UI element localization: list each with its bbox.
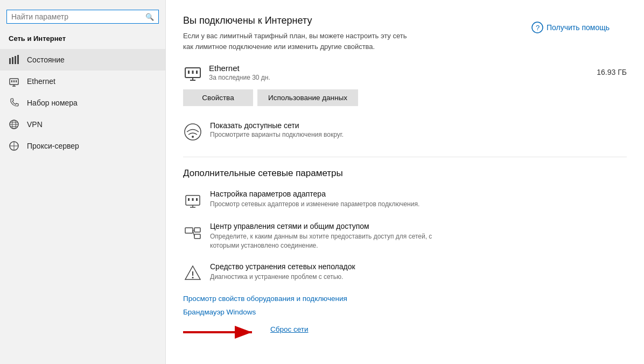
help-icon: ? xyxy=(531,22,543,33)
svg-rect-34 xyxy=(185,228,193,233)
main-content: ? Получить помощь Вы подключены к Интерн… xyxy=(166,0,644,364)
adapter-settings-title: Настройка параметров адаптера xyxy=(210,190,419,198)
ethernet-size: 16.93 ГБ xyxy=(597,68,627,76)
svg-point-27 xyxy=(192,136,194,138)
firewall-link[interactable]: Брандмауэр Windows xyxy=(183,308,627,316)
svg-rect-9 xyxy=(16,80,17,82)
sidebar-item-vpn[interactable]: VPN xyxy=(0,114,165,135)
network-center-item[interactable]: Центр управления сетями и общим доступом… xyxy=(183,222,627,250)
svg-rect-36 xyxy=(194,234,200,239)
status-icon xyxy=(9,54,19,65)
show-networks-text: Показать доступные сети Просмотрите вари… xyxy=(210,121,344,138)
svg-rect-25 xyxy=(196,71,198,74)
troubleshooter-text: Средство устранения сетевых неполадок Ди… xyxy=(210,262,355,282)
ethernet-card: Ethernet За последние 30 дн. 16.93 ГБ xyxy=(183,62,627,82)
svg-rect-32 xyxy=(192,198,194,201)
svg-rect-33 xyxy=(196,198,198,201)
show-networks[interactable]: Показать доступные сети Просмотрите вари… xyxy=(183,121,627,142)
sidebar-label-vpn: VPN xyxy=(27,120,43,129)
connected-desc: Если у вас лимитный тарифный план, вы мо… xyxy=(183,31,409,52)
sidebar-item-ethernet[interactable]: Ethernet xyxy=(0,71,165,92)
svg-rect-31 xyxy=(188,198,190,201)
show-networks-desc: Просмотрите варианты подключения вокруг. xyxy=(210,131,344,138)
adapter-settings-item[interactable]: Настройка параметров адаптера Просмотр с… xyxy=(183,190,627,210)
troubleshooter-title: Средство устранения сетевых неполадок xyxy=(210,262,355,271)
troubleshooter-desc: Диагностика и устранение проблем с сетью… xyxy=(210,272,355,282)
sidebar-title: Сеть и Интернет xyxy=(0,32,165,49)
ethernet-name: Ethernet xyxy=(209,64,590,73)
troubleshooter-item[interactable]: Средство устранения сетевых неполадок Ди… xyxy=(183,262,627,283)
svg-rect-24 xyxy=(192,71,194,74)
sidebar: 🔍 Сеть и Интернет Состояние Ethernet xyxy=(0,0,166,364)
svg-rect-3 xyxy=(17,55,19,64)
ethernet-card-icon xyxy=(183,62,202,82)
ethernet-nav-icon xyxy=(9,76,19,87)
ethernet-info: Ethernet За последние 30 дн. xyxy=(209,64,590,81)
help-link[interactable]: ? Получить помощь xyxy=(531,22,610,33)
search-input[interactable] xyxy=(11,12,145,21)
svg-rect-7 xyxy=(11,80,12,82)
network-center-icon xyxy=(183,223,202,242)
network-center-title: Центр управления сетями и общим доступом xyxy=(210,222,436,230)
network-center-desc: Определите, к каким данным вы хотите пре… xyxy=(210,232,436,250)
data-usage-button[interactable]: Использование данных xyxy=(257,89,358,106)
help-label: Получить помощь xyxy=(547,23,610,32)
svg-rect-23 xyxy=(188,71,190,74)
arrow-annotation xyxy=(183,321,258,343)
properties-button[interactable]: Свойства xyxy=(183,89,253,106)
sidebar-label-status: Состояние xyxy=(27,55,65,64)
svg-rect-8 xyxy=(13,80,15,82)
sidebar-item-dialup[interactable]: Набор номера xyxy=(0,92,165,114)
sidebar-label-proxy: Прокси-сервер xyxy=(27,142,79,150)
search-button[interactable]: 🔍 xyxy=(145,13,154,21)
btn-row: Свойства Использование данных xyxy=(183,89,627,106)
search-box[interactable]: 🔍 xyxy=(6,10,159,24)
hardware-link[interactable]: Просмотр свойств оборудования и подключе… xyxy=(183,295,627,303)
svg-rect-2 xyxy=(15,56,16,64)
adapter-settings-desc: Просмотр сетевых адаптеров и изменение п… xyxy=(210,200,419,209)
show-networks-icon xyxy=(183,122,202,142)
troubleshooter-icon xyxy=(183,263,202,283)
svg-rect-0 xyxy=(9,58,11,64)
divider xyxy=(183,157,627,157)
svg-point-41 xyxy=(192,277,194,278)
main-inner: ? Получить помощь Вы подключены к Интерн… xyxy=(183,13,627,343)
show-networks-title: Показать доступные сети xyxy=(210,121,344,130)
sidebar-label-dialup: Набор номера xyxy=(27,99,78,107)
reset-link[interactable]: Сброс сети xyxy=(270,325,309,333)
sidebar-label-ethernet: Ethernet xyxy=(27,77,55,86)
svg-rect-35 xyxy=(194,228,200,232)
proxy-icon xyxy=(9,141,19,151)
vpn-icon xyxy=(9,119,19,130)
sidebar-item-status[interactable]: Состояние xyxy=(0,49,165,71)
ethernet-sub: За последние 30 дн. xyxy=(209,74,590,81)
adapter-settings-text: Настройка параметров адаптера Просмотр с… xyxy=(210,190,419,209)
svg-rect-1 xyxy=(12,57,13,64)
sidebar-item-proxy[interactable]: Прокси-сервер xyxy=(0,135,165,157)
network-center-text: Центр управления сетями и общим доступом… xyxy=(210,222,436,250)
adapter-icon xyxy=(183,191,202,210)
reset-row: Сброс сети xyxy=(183,321,627,343)
dialup-icon xyxy=(9,97,19,108)
advanced-section-title: Дополнительные сетевые параметры xyxy=(183,168,627,179)
svg-text:?: ? xyxy=(536,24,540,32)
